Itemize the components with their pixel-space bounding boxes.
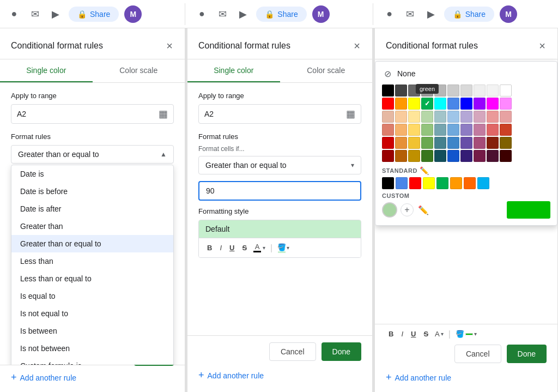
swatch-plum[interactable] [474, 150, 486, 162]
swatch-med-gray[interactable] [421, 85, 433, 97]
cancel-button-2[interactable]: Cancel [269, 342, 316, 361]
swatch-coral[interactable] [487, 124, 499, 136]
edit-standard-icon[interactable]: ✏️ [420, 166, 429, 175]
menu-date-before[interactable]: Date is before [11, 183, 173, 200]
tab-color-scale-1[interactable]: Color scale [93, 59, 185, 82]
swatch-brick[interactable] [500, 124, 512, 136]
range-input-2[interactable] [204, 110, 346, 118]
menu-custom-formula[interactable]: Custom formula is [11, 357, 173, 365]
std-black[interactable] [382, 177, 394, 189]
std-yellow[interactable] [423, 177, 435, 189]
add-rule-btn-2[interactable]: + Add another rule [198, 367, 264, 383]
swatch-white[interactable] [500, 85, 512, 97]
swatch-dark-purple[interactable] [460, 137, 472, 149]
swatch-med-green[interactable] [421, 124, 433, 136]
swatch-dark-red[interactable] [382, 137, 394, 149]
std-green[interactable] [436, 177, 448, 189]
add-rule-btn-3[interactable]: + Add another rule [386, 370, 451, 385]
fill-color-btn-2[interactable]: 🪣 ▾ [276, 242, 291, 254]
done-button-3[interactable]: Done [507, 345, 547, 363]
swatch-dark-pink[interactable] [474, 137, 486, 149]
edit-custom-color-btn[interactable]: ✏️ [417, 203, 430, 216]
tab-single-color-1[interactable]: Single color [0, 59, 93, 82]
swatch-blue[interactable] [447, 98, 459, 110]
text-color-btn-2[interactable]: A ▾ [252, 242, 267, 254]
swatch-maroon[interactable] [382, 150, 394, 162]
swatch-yellow[interactable] [408, 98, 420, 110]
underline-btn-2[interactable]: U [227, 243, 237, 253]
swatch-light-blue[interactable] [447, 111, 459, 123]
done-button-2[interactable]: Done [322, 342, 361, 361]
panel-3-close[interactable]: × [538, 39, 547, 52]
tab-color-scale-2[interactable]: Color scale [280, 59, 373, 82]
swatch-light-green[interactable] [421, 111, 433, 123]
swatch-gold[interactable] [408, 124, 420, 136]
value-input-2[interactable] [198, 181, 361, 201]
swatch-pale-gray[interactable] [460, 85, 472, 97]
menu-date-after[interactable]: Date is after [11, 200, 173, 218]
swatch-dark-slate[interactable] [434, 150, 446, 162]
text-color-btn-3[interactable]: A ▾ [433, 329, 445, 339]
swatch-green-selected[interactable]: green ✓ [421, 98, 433, 110]
swatch-dark-yellow[interactable] [408, 137, 420, 149]
swatch-salmon[interactable] [382, 124, 394, 136]
swatch-med-purple[interactable] [460, 124, 472, 136]
menu-greater-than-equal[interactable]: Greater than or equal to [11, 235, 173, 252]
strikethrough-btn-2[interactable]: S [239, 243, 250, 253]
strikethrough-btn-3[interactable]: S [421, 329, 431, 339]
italic-btn-3[interactable]: I [398, 329, 406, 339]
swatch-red[interactable] [382, 98, 394, 110]
fill-color-btn-3[interactable]: 🪣 ▾ [454, 329, 478, 339]
cancel-button-3[interactable]: Cancel [454, 345, 501, 363]
panel-2-close[interactable]: × [353, 39, 361, 52]
menu-date-is[interactable]: Date is [11, 165, 173, 183]
swatch-mulberry[interactable] [487, 150, 499, 162]
menu-greater-than[interactable]: Greater than [11, 218, 173, 235]
custom-swatch[interactable] [382, 202, 397, 218]
swatch-magenta[interactable] [487, 98, 499, 110]
swatch-light-yellow[interactable] [408, 111, 420, 123]
swatch-amber[interactable] [395, 137, 407, 149]
italic-btn-2[interactable]: I [217, 243, 225, 253]
swatch-cornflower[interactable] [447, 124, 459, 136]
menu-less-than[interactable]: Less than [11, 252, 173, 270]
panel-1-close[interactable]: × [165, 39, 174, 52]
chat-icon-3[interactable]: ✉ [403, 7, 418, 22]
history-icon-2[interactable]: ● [194, 7, 209, 22]
camera-icon[interactable]: ▶ [48, 7, 63, 22]
swatch-purple[interactable] [474, 98, 486, 110]
std-dark-orange[interactable] [464, 177, 476, 189]
swatch-light-pink[interactable] [474, 111, 486, 123]
condition-dropdown-1[interactable]: Greater than or equal to ▲ [11, 145, 174, 164]
chat-icon-2[interactable]: ✉ [215, 7, 230, 22]
history-icon[interactable]: ● [7, 7, 22, 22]
swatch-orange[interactable] [395, 98, 407, 110]
swatch-dark-green[interactable] [421, 137, 433, 149]
std-light-blue[interactable] [477, 177, 489, 189]
add-rule-btn-1[interactable]: + Add another rule [11, 370, 76, 385]
condition-dropdown-2[interactable]: Greater than or equal to ▾ [198, 156, 361, 174]
swatch-dark-gray[interactable] [395, 85, 407, 97]
history-icon-3[interactable]: ● [382, 7, 397, 22]
swatch-forest[interactable] [421, 150, 433, 162]
menu-not-between[interactable]: Is not between [11, 340, 173, 357]
menu-not-equal[interactable]: Is not equal to [11, 305, 173, 322]
swatch-dark-blue[interactable] [460, 98, 472, 110]
swatch-pink[interactable] [500, 98, 512, 110]
std-blue[interactable] [396, 177, 408, 189]
camera-icon-2[interactable]: ▶ [235, 7, 251, 22]
swatch-gray[interactable] [408, 85, 420, 97]
chat-icon[interactable]: ✉ [27, 7, 43, 22]
swatch-darkest-red[interactable] [500, 150, 512, 162]
bold-btn-3[interactable]: B [386, 329, 396, 339]
swatch-dark-gold[interactable] [408, 150, 420, 162]
share-button-3[interactable]: 🔒 Share [444, 7, 494, 22]
swatch-med-orange[interactable] [395, 124, 407, 136]
swatch-near-white[interactable] [474, 85, 486, 97]
swatch-black[interactable] [382, 85, 394, 97]
swatch-med-blue[interactable] [447, 137, 459, 149]
tab-single-color-2[interactable]: Single color [187, 59, 280, 82]
swatch-light-teal[interactable] [434, 111, 446, 123]
std-red[interactable] [409, 177, 421, 189]
swatch-dark-teal[interactable] [434, 137, 446, 149]
